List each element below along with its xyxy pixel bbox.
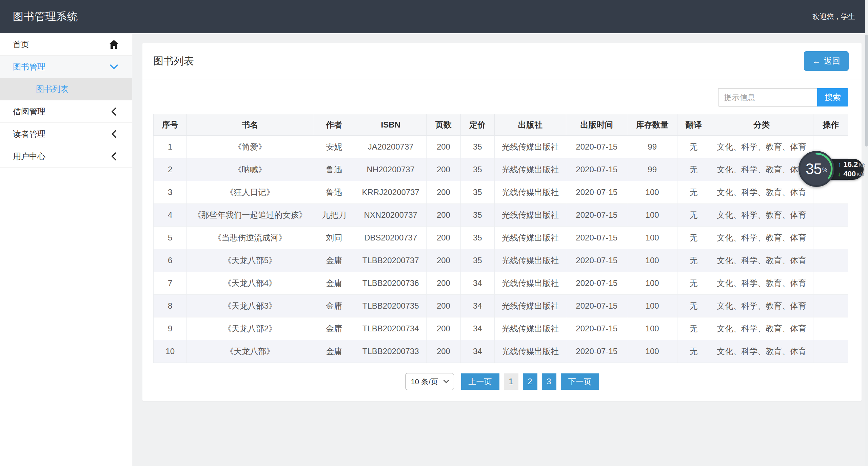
column-header: 序号 (154, 114, 187, 136)
table-row: 9《天龙八部2》金庸TLBB2020073420034光线传媒出版社2020-0… (154, 317, 848, 340)
table-cell: 99 (627, 136, 677, 158)
table-cell: 200 (427, 249, 460, 272)
sidebar-item-book-management[interactable]: 图书管理 (0, 56, 132, 78)
table-row: 1《简爱》安妮JA2020073720035光线传媒出版社2020-07-159… (154, 136, 848, 158)
search-input[interactable] (718, 88, 817, 106)
book-list-card: 图书列表 ← 返回 搜索 序号书名作者ISBN页数定价出版社出版时间库存数量翻译… (142, 43, 862, 401)
table-cell: 9 (154, 317, 187, 340)
sidebar-item-user-center[interactable]: 用户中心 (0, 145, 132, 168)
sidebar-item-reader-management[interactable]: 读者管理 (0, 123, 132, 145)
table-cell: 2020-07-15 (566, 317, 627, 340)
table-cell: 200 (427, 181, 460, 204)
chevron-left-icon (109, 106, 119, 117)
page-size-select-wrap: 10 条/页 (405, 373, 454, 390)
table-cell: 光线传媒出版社 (495, 227, 566, 249)
sidebar-item-borrow-management[interactable]: 借阅管理 (0, 100, 132, 123)
download-speed-line: ↓ 400 K/s (838, 170, 864, 178)
page-button-1[interactable]: 1 (504, 373, 518, 390)
sidebar: 首页 图书管理 图书列表 借阅管理 读者管理 用户中心 (0, 33, 132, 466)
table-cell: NXN20200737 (355, 204, 427, 227)
column-header: 库存数量 (627, 114, 677, 136)
table-cell: 《天龙八部5》 (187, 249, 313, 272)
table-cell: 100 (627, 340, 677, 363)
download-speed-value: 400 (844, 170, 856, 178)
table-cell (813, 204, 848, 227)
table-cell: 100 (627, 272, 677, 295)
pagination: 10 条/页 上一页 123 下一页 (142, 373, 862, 390)
table-cell: 34 (460, 340, 494, 363)
page-button-2[interactable]: 2 (523, 373, 537, 390)
table-cell: 100 (627, 317, 677, 340)
table-cell: 无 (677, 340, 710, 363)
table-cell: 九把刀 (313, 204, 355, 227)
column-header: 分类 (710, 114, 813, 136)
table-cell: 文化、科学、教育、体育 (710, 249, 813, 272)
table-cell: 金庸 (313, 249, 355, 272)
table-cell: 《天龙八部3》 (187, 295, 313, 317)
upload-speed-value: 16.2 (844, 161, 858, 168)
page-title: 图书列表 (153, 54, 194, 68)
next-page-button[interactable]: 下一页 (561, 373, 599, 390)
table-cell: 无 (677, 227, 710, 249)
page-size-select[interactable]: 10 条/页 (405, 373, 454, 390)
table-cell: 金庸 (313, 317, 355, 340)
table-cell: 100 (627, 295, 677, 317)
table-cell: TLBB20200733 (355, 340, 427, 363)
download-speed-unit: K/s (856, 172, 864, 177)
table-cell: 无 (677, 272, 710, 295)
table-cell: 2020-07-15 (566, 204, 627, 227)
net-speed-widget[interactable]: ↑ 16.2 K/s ↓ 400 K/s 35 % (798, 151, 864, 188)
table-cell (813, 340, 848, 363)
table-row: 5《当悲伤逆流成河》刘同DBS2020073720035光线传媒出版社2020-… (154, 227, 848, 249)
welcome-text: 欢迎您，学生 (812, 12, 855, 21)
table-cell: 《天龙八部》 (187, 340, 313, 363)
table-cell: 4 (154, 204, 187, 227)
table-cell: 1 (154, 136, 187, 158)
table-cell: 200 (427, 317, 460, 340)
table-cell: 200 (427, 204, 460, 227)
table-cell: 6 (154, 249, 187, 272)
table-header-row: 序号书名作者ISBN页数定价出版社出版时间库存数量翻译分类操作 (154, 114, 848, 136)
table-cell: 光线传媒出版社 (495, 249, 566, 272)
table-cell: 安妮 (313, 136, 355, 158)
table-row: 8《天龙八部3》金庸TLBB2020073520034光线传媒出版社2020-0… (154, 295, 848, 317)
table-cell: DBS20200737 (355, 227, 427, 249)
sidebar-item-book-list[interactable]: 图书列表 (0, 78, 132, 100)
back-button[interactable]: ← 返回 (804, 51, 849, 71)
table-cell: 200 (427, 340, 460, 363)
sidebar-item-label: 用户中心 (13, 151, 45, 162)
main-content: 图书列表 ← 返回 搜索 序号书名作者ISBN页数定价出版社出版时间库存数量翻译… (132, 33, 868, 466)
table-cell: 8 (154, 295, 187, 317)
table-cell: 《那些年我们一起追过的女孩》 (187, 204, 313, 227)
table-cell: 100 (627, 181, 677, 204)
table-row: 3《狂人日记》鲁迅KRRJ2020073720035光线传媒出版社2020-07… (154, 181, 848, 204)
scrollbar-thumb[interactable] (865, 35, 868, 147)
table-cell: 刘同 (313, 227, 355, 249)
page-button-3[interactable]: 3 (542, 373, 556, 390)
search-button[interactable]: 搜索 (817, 88, 848, 106)
table-cell: 文化、科学、教育、体育 (710, 272, 813, 295)
book-table: 序号书名作者ISBN页数定价出版社出版时间库存数量翻译分类操作 1《简爱》安妮J… (153, 114, 848, 363)
table-cell: JA20200737 (355, 136, 427, 158)
table-cell: 100 (627, 204, 677, 227)
table-cell: 无 (677, 158, 710, 181)
table-cell: 2020-07-15 (566, 181, 627, 204)
app-title: 图书管理系统 (13, 9, 78, 24)
column-header: 页数 (427, 114, 460, 136)
table-cell: 100 (627, 227, 677, 249)
table-cell: 2020-07-15 (566, 295, 627, 317)
upload-arrow-icon: ↑ (838, 161, 841, 168)
sidebar-item-label: 借阅管理 (13, 106, 45, 117)
pagination-pages: 123 (504, 373, 556, 390)
table-cell: TLBB20200737 (355, 249, 427, 272)
table-cell: 光线传媒出版社 (495, 272, 566, 295)
table-cell: 无 (677, 204, 710, 227)
table-cell: 35 (460, 158, 494, 181)
table-cell (813, 227, 848, 249)
chevron-left-icon (109, 151, 119, 161)
table-cell: 99 (627, 158, 677, 181)
download-arrow-icon: ↓ (838, 171, 841, 177)
prev-page-button[interactable]: 上一页 (461, 373, 499, 390)
sidebar-item-home[interactable]: 首页 (0, 33, 132, 56)
table-cell: 文化、科学、教育、体育 (710, 340, 813, 363)
